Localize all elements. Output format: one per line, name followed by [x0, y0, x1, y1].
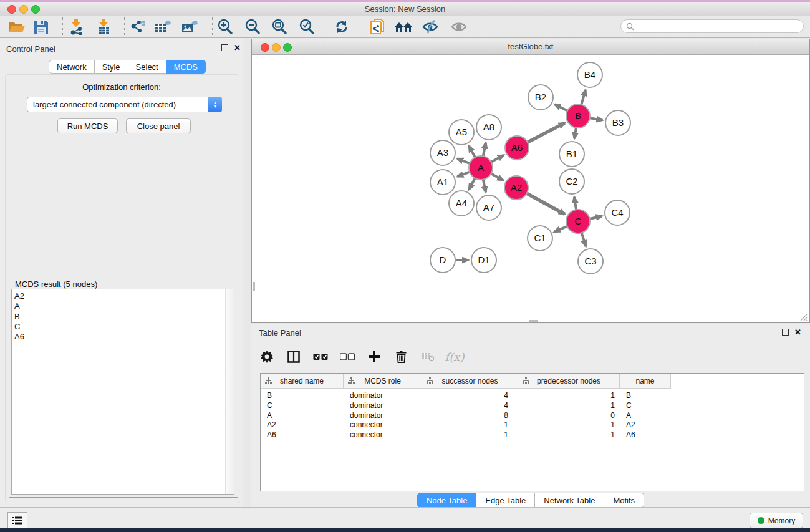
tab-node-table[interactable]: Node Table [417, 493, 477, 508]
export-network-icon[interactable] [126, 17, 148, 36]
hide-graphics-icon[interactable] [419, 17, 441, 36]
close-window-button[interactable] [7, 5, 16, 14]
cell-shared-name[interactable]: B [261, 391, 344, 400]
tab-network-table[interactable]: Network Table [535, 493, 604, 508]
save-session-icon[interactable] [30, 17, 52, 36]
tab-mcds[interactable]: MCDS [166, 60, 206, 74]
cell-shared-name[interactable]: C [261, 401, 344, 410]
tab-motifs[interactable]: Motifs [604, 493, 644, 508]
node-table[interactable]: shared nameMCDS rolesuccessor nodesprede… [260, 373, 804, 491]
table-row-B[interactable]: Bdominator41B [261, 390, 671, 400]
resize-grip-icon[interactable] [799, 312, 808, 321]
apply-function-icon[interactable]: f(x) [446, 349, 463, 365]
mcds-result-item[interactable]: A [12, 301, 234, 311]
tab-style[interactable]: Style [95, 60, 128, 74]
import-network-icon[interactable] [65, 17, 87, 36]
horizontal-scroll-nub[interactable] [529, 320, 538, 322]
mcds-result-item[interactable]: C [12, 322, 234, 332]
zoom-window-button[interactable] [31, 5, 40, 14]
select-all-icon[interactable] [312, 349, 329, 365]
cell-shared-name[interactable]: A2 [261, 420, 344, 429]
search-input[interactable] [634, 21, 793, 31]
cell-predecessor-nodes[interactable]: 1 [518, 430, 620, 439]
tab-edge-table[interactable]: Edge Table [476, 493, 535, 508]
column-header-name[interactable]: name [620, 374, 671, 388]
column-header-successor-nodes[interactable]: successor nodes [422, 374, 518, 388]
network-close-button[interactable] [261, 43, 269, 52]
export-image-icon[interactable] [178, 17, 201, 36]
cell-name[interactable]: A [620, 411, 671, 420]
open-session-icon[interactable] [6, 17, 28, 36]
close-panel-icon[interactable]: ✕ [234, 44, 241, 51]
cell-MCDS-role[interactable]: dominator [344, 391, 422, 400]
delete-table-icon[interactable] [420, 349, 436, 365]
float-panel-icon[interactable] [221, 44, 228, 51]
column-header-MCDS-role[interactable]: MCDS role [344, 374, 422, 388]
cell-name[interactable]: C [620, 401, 671, 410]
zoom-out-icon[interactable] [241, 17, 264, 36]
refresh-view-icon[interactable] [330, 17, 353, 36]
cell-name[interactable]: A2 [620, 420, 671, 429]
network-zoom-button[interactable] [283, 43, 292, 52]
table-options-icon[interactable] [259, 349, 275, 365]
zoom-selected-icon[interactable] [296, 17, 318, 36]
table-row-C[interactable]: Cdominator41C [261, 400, 671, 410]
tab-network[interactable]: Network [49, 60, 95, 74]
unselect-all-icon[interactable] [339, 349, 355, 365]
mcds-result-item[interactable]: B [12, 312, 234, 322]
show-panels-button[interactable] [7, 512, 27, 528]
cell-name[interactable]: A6 [620, 430, 671, 439]
control-panel-tabs: NetworkStyleSelectMCDS [49, 60, 206, 74]
apply-layout-icon[interactable] [392, 17, 415, 36]
mcds-result-item[interactable]: A6 [12, 332, 234, 342]
column-header-predecessor-nodes[interactable]: predecessor nodes [518, 374, 620, 388]
clone-network-icon[interactable] [367, 17, 389, 36]
network-canvas[interactable]: B4B2BB3A8A5A6B1A3AC2A1A2A4A7C4CC1C3DD1 [253, 55, 809, 322]
table-row-A[interactable]: Adominator80A [261, 410, 671, 420]
zoom-in-icon[interactable] [214, 17, 236, 36]
cell-predecessor-nodes[interactable]: 0 [518, 411, 620, 420]
tab-select[interactable]: Select [128, 60, 166, 74]
add-row-icon[interactable] [366, 349, 382, 365]
cell-MCDS-role[interactable]: connector [344, 420, 422, 429]
cell-MCDS-role[interactable]: connector [344, 430, 422, 439]
node-label-D1: D1 [478, 254, 489, 265]
memory-button[interactable]: Memory [750, 513, 803, 528]
cell-successor-nodes[interactable]: 1 [422, 430, 518, 439]
delete-row-icon[interactable] [393, 349, 409, 365]
close-panel-icon[interactable]: ✕ [794, 329, 801, 336]
cell-successor-nodes[interactable]: 1 [422, 420, 518, 429]
cell-shared-name[interactable]: A6 [261, 430, 344, 439]
cell-name[interactable]: B [620, 391, 671, 400]
zoom-fit-icon[interactable] [268, 17, 291, 36]
search-field[interactable] [620, 19, 804, 33]
cell-shared-name[interactable]: A [261, 411, 344, 420]
vertical-scroll-nub[interactable] [253, 282, 255, 291]
minimize-window-button[interactable] [19, 5, 28, 14]
result-scrollbar[interactable] [225, 289, 234, 494]
run-mcds-button[interactable]: Run MCDS [57, 118, 118, 133]
cell-successor-nodes[interactable]: 4 [422, 401, 518, 410]
close-panel-button[interactable]: Close panel [126, 118, 191, 133]
export-table-icon[interactable] [152, 17, 174, 36]
float-panel-icon[interactable] [782, 329, 789, 336]
table-row-A2[interactable]: A2connector11A2 [261, 420, 671, 430]
cell-successor-nodes[interactable]: 8 [422, 411, 518, 420]
mcds-result-list[interactable]: A2ABCA6 [11, 289, 234, 495]
network-window-titlebar[interactable]: testGlobe.txt [252, 39, 809, 55]
import-table-icon[interactable] [92, 17, 115, 36]
table-row-A6[interactable]: A6connector11A6 [261, 430, 671, 440]
show-graphics-icon[interactable] [448, 17, 470, 36]
network-minimize-button[interactable] [272, 43, 281, 52]
cell-MCDS-role[interactable]: dominator [344, 401, 422, 410]
show-columns-icon[interactable] [286, 349, 302, 365]
cell-predecessor-nodes[interactable]: 1 [518, 391, 620, 400]
cell-MCDS-role[interactable]: dominator [344, 411, 422, 420]
mcds-result-item[interactable]: A2 [12, 291, 234, 301]
cell-predecessor-nodes[interactable]: 1 [518, 401, 620, 410]
column-header-shared-name[interactable]: shared name [261, 374, 344, 388]
cell-successor-nodes[interactable]: 4 [422, 391, 518, 400]
criterion-select[interactable]: largest connected component (directed) ▲… [27, 97, 222, 112]
network-graph[interactable]: B4B2BB3A8A5A6B1A3AC2A1A2A4A7C4CC1C3DD1 [253, 55, 809, 322]
cell-predecessor-nodes[interactable]: 1 [518, 420, 620, 429]
